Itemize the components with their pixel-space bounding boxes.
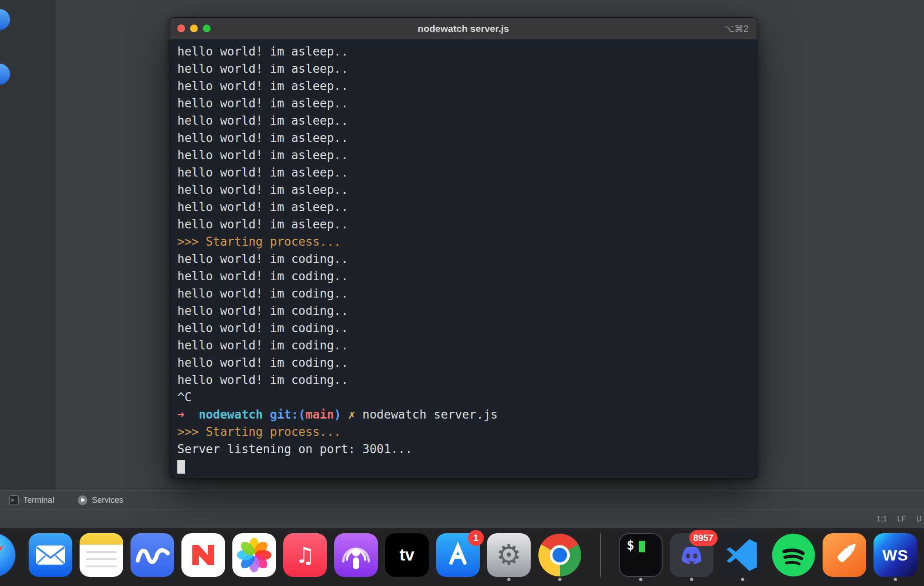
pen-app-icon (823, 533, 866, 577)
dock-item-chrome[interactable] (538, 533, 582, 577)
dock-item-paw[interactable] (823, 533, 866, 577)
tab-services[interactable]: Services (78, 495, 123, 505)
terminal-line: ^C (177, 389, 757, 406)
running-indicator (639, 578, 643, 581)
terminal-output[interactable]: hello world! im asleep..hello world! im … (170, 40, 757, 475)
terminal-line: hello world! im asleep.. (177, 146, 757, 164)
music-note-glyph: ♫ (295, 542, 315, 568)
file-encoding-indicator[interactable]: U (916, 515, 922, 524)
window-controls (177, 18, 211, 39)
running-indicator (558, 578, 562, 581)
terminal-tab-glyph: >_ (11, 498, 16, 503)
spotify-icon (772, 533, 815, 577)
prompt-glyph: $ (627, 538, 634, 553)
dock-item-notability[interactable] (131, 533, 174, 577)
notes-header (80, 533, 123, 545)
window-shortcut: ⌥⌘2 (724, 23, 748, 34)
dock-item-news[interactable] (181, 533, 225, 577)
terminal-line: hello world! im coding.. (177, 319, 757, 337)
terminal-line: hello world! im coding.. (177, 354, 757, 371)
dock-item-spotify[interactable] (772, 533, 815, 577)
dock-item-webstorm[interactable]: WS (874, 533, 917, 577)
dock-item-app-store[interactable]: 1 (436, 533, 480, 577)
gear-icon: ⚙ (496, 541, 522, 569)
services-icon (78, 495, 87, 505)
notability-icon (131, 533, 174, 577)
close-button[interactable] (177, 25, 185, 32)
dock-item-system-settings[interactable]: ⚙ (487, 533, 531, 577)
terminal-line: hello world! im coding.. (177, 371, 757, 389)
dock-item-vscode[interactable] (721, 533, 764, 577)
terminal-line: hello world! im coding.. (177, 268, 757, 285)
terminal-line: hello world! im asleep.. (177, 95, 757, 112)
dock: ♫ tv (0, 528, 924, 586)
podcasts-icon (334, 533, 378, 577)
terminal-titlebar[interactable]: nodewatch server.js ⌥⌘2 (170, 18, 757, 40)
desktop: >_ Terminal Services 1:1 LF U nodewatch … (0, 0, 924, 586)
terminal-line: hello world! im asleep.. (177, 198, 757, 216)
terminal-line: hello world! im coding.. (177, 302, 757, 319)
line-separator-indicator[interactable]: LF (897, 515, 906, 524)
terminal-line: hello world! im coding.. (177, 337, 757, 354)
dock-item-mail[interactable] (29, 533, 72, 577)
dock-item-photos[interactable] (232, 533, 276, 577)
terminal-line: hello world! im asleep.. (177, 112, 757, 129)
dock-separator (600, 533, 601, 577)
play-icon (81, 498, 85, 502)
safari-icon[interactable] (0, 533, 15, 577)
notes-icon (80, 533, 123, 577)
tab-services-label: Services (92, 495, 123, 505)
tool-window-tabbar: >_ Terminal Services (0, 490, 924, 510)
notes-lines (80, 545, 123, 577)
terminal-window: nodewatch server.js ⌥⌘2 hello world! im … (170, 17, 757, 479)
running-indicator (741, 578, 744, 581)
terminal-line: hello world! im asleep.. (177, 129, 757, 146)
terminal-tab-icon: >_ (9, 495, 19, 505)
terminal-line: >>> Starting process... (177, 233, 757, 250)
tab-terminal[interactable]: >_ Terminal (9, 495, 54, 505)
notification-badge: 8957 (689, 530, 718, 546)
terminal-line: hello world! im asleep.. (177, 43, 757, 60)
caret-position[interactable]: 1:1 (876, 515, 887, 524)
terminal-line: hello world! im asleep.. (177, 164, 757, 181)
compass-needle-icon (0, 533, 15, 577)
terminal-line: hello world! im coding.. (177, 250, 757, 268)
minimize-button[interactable] (190, 25, 198, 32)
settings-icon: ⚙ (487, 533, 531, 577)
terminal-line: ➜ nodewatch git:(main) ✗ nodewatch serve… (177, 406, 757, 423)
news-icon (181, 533, 225, 577)
dock-item-terminal[interactable]: $ (619, 533, 663, 577)
terminal-line: hello world! im coding.. (177, 285, 757, 302)
tab-terminal-label: Terminal (23, 495, 54, 505)
notification-badge: 1 (468, 530, 484, 546)
music-icon: ♫ (283, 533, 327, 577)
terminal-cursor (177, 460, 185, 474)
mail-icon (29, 533, 72, 577)
ws-glyph: WS (883, 546, 909, 564)
terminal-line: Server listening on port: 3001... (177, 440, 757, 458)
window-title: nodewatch server.js (418, 23, 509, 34)
terminal-line: >>> Starting process... (177, 423, 757, 440)
webstorm-icon: WS (874, 533, 917, 577)
running-indicator (507, 578, 511, 581)
running-indicator (894, 578, 897, 581)
dock-item-podcasts[interactable] (334, 533, 378, 577)
terminal-app-icon: $ (619, 533, 663, 577)
terminal-line: hello world! im asleep.. (177, 216, 757, 233)
dock-item-apple-tv[interactable]: tv (385, 533, 429, 577)
dock-item-discord[interactable]: 8957 (670, 533, 713, 577)
dock-item-music[interactable]: ♫ (283, 533, 327, 577)
running-indicator (690, 578, 693, 581)
terminal-line: hello world! im asleep.. (177, 77, 757, 95)
terminal-line: hello world! im asleep.. (177, 181, 757, 198)
chrome-icon (538, 533, 582, 577)
cursor-block-icon (639, 541, 645, 552)
zoom-button[interactable] (203, 25, 211, 32)
tv-glyph: tv (400, 546, 415, 565)
apple-tv-icon: tv (385, 533, 429, 577)
vscode-icon (721, 533, 764, 577)
dock-item-notes[interactable] (80, 533, 123, 577)
photos-icon (232, 533, 276, 577)
panel-divider (73, 0, 73, 490)
terminal-line (177, 458, 757, 475)
